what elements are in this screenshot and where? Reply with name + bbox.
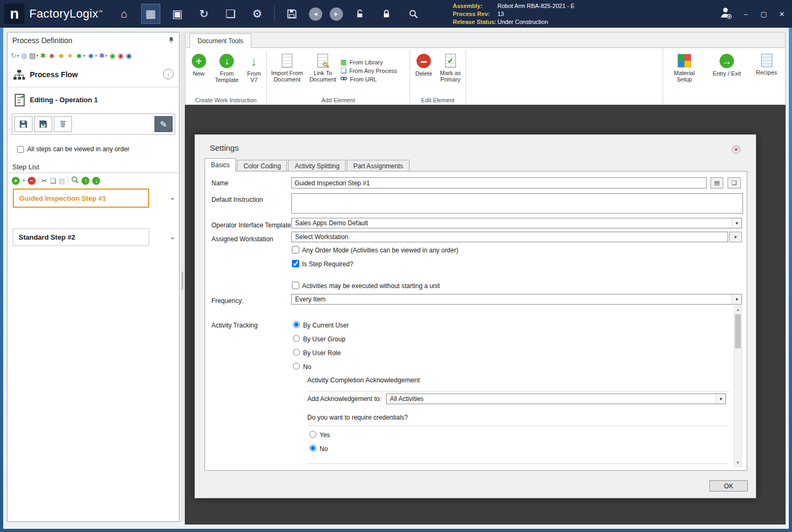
- recipes-button[interactable]: Recipes: [753, 53, 780, 77]
- edit-mode-button[interactable]: ✎: [154, 116, 173, 132]
- tab-color-coding[interactable]: Color Coding: [237, 160, 287, 171]
- new-item-button[interactable]: ✱: [40, 52, 46, 59]
- tools-purple-button[interactable]: ✱▾: [99, 52, 107, 59]
- sync-button[interactable]: ↻: [194, 4, 214, 24]
- import-from-document-button[interactable]: Import From Document: [269, 53, 305, 84]
- paste-button[interactable]: ▤: [59, 177, 65, 185]
- rich-editor-button[interactable]: ▤: [711, 177, 723, 189]
- user-green-button[interactable]: ☻▾: [76, 52, 85, 59]
- assigned-workstation-select[interactable]: Select Workstation: [291, 232, 728, 242]
- print-button[interactable]: ▤▾: [29, 52, 38, 59]
- user-gold-button[interactable]: ☻: [58, 52, 65, 59]
- process-flow-row[interactable]: Process Flow ↓: [7, 66, 180, 85]
- user-blue-button[interactable]: ☻▾: [87, 52, 97, 59]
- dialog-close-button[interactable]: ✕: [732, 145, 740, 154]
- from-library-button[interactable]: ▦ From Library: [340, 59, 397, 66]
- activities-without-unit-checkbox[interactable]: [292, 282, 299, 289]
- tab-activity-splitting[interactable]: Activity Splitting: [288, 160, 346, 171]
- status-green-button[interactable]: ◉: [109, 52, 115, 59]
- new-button[interactable]: + New: [187, 53, 210, 78]
- home-button[interactable]: ⌂: [115, 4, 134, 24]
- delete-operation-button[interactable]: [54, 116, 72, 132]
- forward-button[interactable]: ►: [330, 7, 343, 21]
- step-item-guided-inspection[interactable]: Guided Inspection Step #1: [13, 189, 149, 208]
- any-order-checkbox-row[interactable]: All steps can be viewed in any order: [17, 145, 129, 153]
- process-search-button[interactable]: [404, 4, 423, 24]
- collapse-button[interactable]: ↓: [163, 69, 174, 79]
- minimize-button[interactable]: –: [741, 10, 750, 18]
- zoom-step-button[interactable]: [71, 176, 79, 185]
- frequency-select[interactable]: Every Item ▼: [291, 294, 742, 305]
- tab-part-assignments[interactable]: Part Assignments: [347, 160, 409, 171]
- users-red-button[interactable]: ☻: [48, 52, 55, 59]
- any-order-mode-label: Any Order Mode (Activities can be viewed…: [302, 247, 458, 254]
- settings-gear-button[interactable]: ⚙: [248, 4, 267, 24]
- pin-button[interactable]: [168, 37, 175, 45]
- copy-button[interactable]: ❏: [50, 177, 56, 185]
- ok-button[interactable]: OK: [709, 480, 748, 492]
- refresh-button[interactable]: ↻▾: [11, 52, 19, 59]
- tab-document-tools[interactable]: Document Tools: [190, 34, 251, 48]
- from-any-process-button[interactable]: ❏ From Any Process: [340, 67, 397, 74]
- save-button[interactable]: [282, 4, 301, 24]
- cut-button[interactable]: ✂: [42, 177, 47, 185]
- ribbon: Document Tools + New ↓ From Template ↓ F…: [185, 32, 786, 105]
- any-order-mode-checkbox[interactable]: [292, 246, 299, 253]
- documents-button[interactable]: ❏: [221, 4, 240, 24]
- user-icon: [718, 6, 732, 20]
- step1-chevron[interactable]: ⌄: [167, 193, 178, 201]
- from-template-button[interactable]: ↓ From Template: [212, 53, 241, 84]
- add-step-caret[interactable]: ▾: [23, 178, 25, 183]
- from-v7-button[interactable]: ↓ From V7: [244, 53, 264, 84]
- dialog-scrollbar[interactable]: ▲ ▼: [734, 306, 742, 467]
- maximize-button[interactable]: ▢: [759, 10, 769, 18]
- add-step-button[interactable]: +: [12, 177, 20, 185]
- delete-element-button[interactable]: ▬ Delete: [412, 53, 435, 78]
- assigned-workstation-label: Assigned Workstation: [211, 235, 273, 243]
- status-blue-button[interactable]: ◉: [126, 52, 132, 59]
- favorite-button[interactable]: ★: [67, 52, 74, 59]
- close-button[interactable]: ✕: [777, 10, 787, 18]
- user-logout-button[interactable]: [718, 6, 732, 22]
- sidebar-toolbar: ↻▾ ◎ ▤▾ ✱ ☻ ☻ ★ ☻▾ ☻▾ ✱▾ ◉ ◉ ◉: [11, 50, 132, 61]
- scroll-down-button[interactable]: ▼: [734, 459, 741, 466]
- add-acknowledgement-select[interactable]: All Activities ▼: [386, 394, 726, 404]
- panel-splitter[interactable]: [181, 32, 184, 522]
- from-url-button[interactable]: From URL: [340, 76, 397, 83]
- workstation-dropdown-button[interactable]: ▼: [729, 232, 742, 242]
- back-button[interactable]: ◄: [309, 7, 322, 21]
- is-step-required-checkbox[interactable]: [292, 260, 299, 267]
- scroll-up-button[interactable]: ▲: [734, 306, 741, 314]
- material-setup-button[interactable]: Material Setup: [668, 53, 701, 84]
- credentials-no-radio[interactable]: [309, 445, 316, 452]
- mark-as-primary-button[interactable]: ✓ Mark as Primary: [437, 53, 463, 84]
- any-order-checkbox[interactable]: [17, 146, 24, 153]
- operator-interface-template-select[interactable]: Sales Apps Demo Default ▼: [291, 218, 742, 228]
- tab-basics[interactable]: Basics: [205, 158, 236, 171]
- credentials-yes-radio[interactable]: [309, 431, 316, 438]
- step-item-standard[interactable]: Standard Step #2: [13, 228, 149, 246]
- tracking-by-user-group-radio[interactable]: [293, 335, 300, 342]
- save-operation-button[interactable]: [14, 116, 32, 132]
- link-to-document-button[interactable]: Link To Document: [307, 53, 338, 84]
- tracking-by-current-user-radio[interactable]: [293, 321, 300, 328]
- translations-button[interactable]: ❏: [728, 177, 741, 189]
- scrollbar-thumb[interactable]: [735, 314, 741, 348]
- move-step-down-button[interactable]: ↓: [92, 177, 100, 185]
- default-instruction-input[interactable]: [291, 193, 743, 214]
- import-operation-button[interactable]: [34, 116, 52, 132]
- process-setup-button[interactable]: ▣: [168, 4, 187, 24]
- work-instructions-button[interactable]: ▦: [141, 4, 160, 24]
- entry-exit-button[interactable]: → Entry / Exit: [710, 53, 743, 78]
- name-input[interactable]: [291, 177, 707, 189]
- move-step-up-button[interactable]: ↑: [81, 177, 89, 185]
- tracking-by-user-role-radio[interactable]: [293, 349, 300, 356]
- tracking-no-radio[interactable]: [293, 363, 300, 370]
- navigate-button[interactable]: ◎: [21, 52, 27, 59]
- lock-button[interactable]: [377, 4, 396, 24]
- status-red-button[interactable]: ◉: [118, 52, 124, 59]
- assembly-value: Robot Arm RBA-825-2021 - E: [497, 2, 575, 10]
- step2-chevron[interactable]: ⌄: [167, 233, 178, 241]
- remove-step-button[interactable]: −: [28, 177, 36, 185]
- unlock-button[interactable]: [350, 4, 370, 24]
